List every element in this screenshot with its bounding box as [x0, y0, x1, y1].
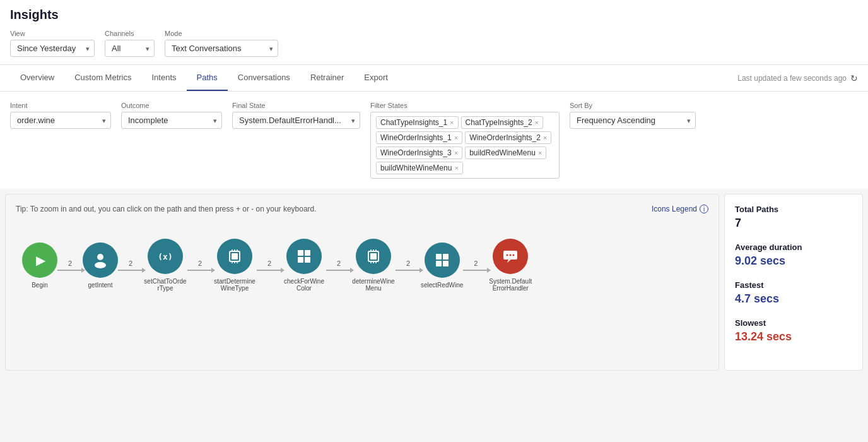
tab-overview[interactable]: Overview: [10, 65, 64, 91]
channels-group: Channels All Web Mobile: [105, 30, 155, 57]
node-getintent-circle: [83, 242, 118, 278]
node-selectred-circle: [425, 242, 460, 278]
node-setchat-label: setChatToOrderType: [143, 278, 187, 292]
mode-label: Mode: [165, 30, 278, 37]
edge-7-line: [463, 270, 488, 271]
tag-remove-chattype2[interactable]: ×: [535, 119, 539, 126]
tab-custom-metrics[interactable]: Custom Metrics: [64, 65, 141, 91]
node-errorhandler[interactable]: System.DefaultErrorHandler: [488, 239, 532, 292]
node-checkcolor[interactable]: checkForWineColor: [282, 239, 326, 292]
edge-1: 2: [57, 260, 83, 271]
tab-retrainer[interactable]: Retrainer: [300, 65, 354, 91]
edge-1-line: [57, 270, 83, 271]
tag-remove-buildwhitewine[interactable]: ×: [454, 164, 458, 172]
node-setchat[interactable]: (x) setChatToOrderType: [143, 239, 187, 292]
view-select[interactable]: Since Yesterday Today Last 7 Days Last 3…: [10, 40, 95, 57]
stat-avg-duration: Average duration 9.02 secs: [735, 242, 852, 268]
node-errorhandler-label: System.DefaultErrorHandler: [488, 278, 532, 292]
edge-6-number: 2: [406, 260, 410, 267]
tag-remove-wineorder3[interactable]: ×: [454, 149, 458, 157]
fastest-value: 4.7 secs: [735, 292, 852, 306]
mode-group: Mode Text Conversations Voice Conversati…: [165, 30, 278, 57]
finalstate-select[interactable]: System.DefaultErrorHandl... System.Defau…: [232, 112, 360, 129]
nav-tabs-left: Overview Custom Metrics Intents Paths Co…: [10, 65, 398, 91]
view-label: View: [10, 30, 95, 37]
app-title: Insights: [10, 8, 858, 22]
filter-states-box: ChatTypeInsights_1 × ChatTypeInsights_2 …: [370, 112, 560, 179]
stats-panel: Total Paths 7 Average duration 9.02 secs…: [724, 194, 863, 371]
intent-group: Intent order.wine order.food: [10, 102, 111, 129]
edge-7-number: 2: [474, 260, 478, 267]
chip-icon2: [365, 248, 382, 265]
channels-label: Channels: [105, 30, 155, 37]
intent-select-wrapper[interactable]: order.wine order.food: [10, 112, 111, 129]
svg-rect-23: [443, 254, 449, 260]
mode-select[interactable]: Text Conversations Voice Conversations: [165, 40, 278, 57]
fastest-label: Fastest: [735, 280, 852, 290]
diagram-area[interactable]: Tip: To zoom in and out, you can click o…: [5, 194, 719, 371]
tab-conversations[interactable]: Conversations: [228, 65, 300, 91]
edge-3: 2: [187, 260, 213, 271]
flow-diagram: ▶ Begin 2 getIntent 2: [16, 226, 708, 304]
icons-legend-button[interactable]: Icons Legend i: [652, 205, 708, 213]
tag-remove-wineorder2[interactable]: ×: [543, 134, 547, 141]
avg-duration-label: Average duration: [735, 242, 852, 252]
outcome-select-wrapper[interactable]: Incomplete Complete Abandoned: [121, 112, 222, 129]
refresh-icon[interactable]: ↻: [850, 73, 858, 83]
sortby-select-wrapper[interactable]: Frequency Ascending Frequency Descending…: [570, 112, 696, 129]
node-startdetermine-circle: [217, 239, 252, 274]
svg-point-1: [95, 262, 106, 268]
svg-rect-25: [443, 261, 449, 266]
mode-select-wrapper[interactable]: Text Conversations Voice Conversations: [165, 40, 278, 57]
tag-remove-chattype1[interactable]: ×: [450, 119, 454, 126]
edge-2-line: [118, 270, 143, 271]
svg-rect-11: [305, 250, 310, 256]
intent-select[interactable]: order.wine order.food: [10, 112, 111, 129]
view-group: View Since Yesterday Today Last 7 Days L…: [10, 30, 95, 57]
tag-remove-buildredwine[interactable]: ×: [538, 149, 542, 157]
edge-5-line: [326, 270, 351, 271]
finalstate-group: Final State System.DefaultErrorHandl... …: [232, 102, 360, 129]
person-icon: [91, 251, 109, 269]
tab-export[interactable]: Export: [354, 65, 398, 91]
slowest-label: Slowest: [735, 318, 852, 328]
sortby-select[interactable]: Frequency Ascending Frequency Descending…: [570, 112, 696, 129]
svg-rect-22: [436, 254, 442, 260]
finalstate-select-wrapper[interactable]: System.DefaultErrorHandl... System.Defau…: [232, 112, 360, 129]
stat-total-paths: Total Paths 7: [735, 205, 852, 230]
view-select-wrapper[interactable]: Since Yesterday Today Last 7 Days Last 3…: [10, 40, 95, 57]
tab-paths[interactable]: Paths: [187, 65, 228, 91]
outcome-select[interactable]: Incomplete Complete Abandoned: [121, 112, 222, 129]
node-getintent-label: getIntent: [88, 282, 113, 289]
tip-bar: Tip: To zoom in and out, you can click o…: [16, 205, 708, 213]
channels-select-wrapper[interactable]: All Web Mobile: [105, 40, 155, 57]
channels-select[interactable]: All Web Mobile: [105, 40, 155, 57]
node-selectred[interactable]: selectRedWine: [421, 242, 463, 289]
node-begin[interactable]: ▶ Begin: [22, 242, 57, 289]
node-determinemenu[interactable]: determineWineMenu: [351, 239, 396, 292]
tag-wineorder1: WineOrderInsights_1 ×: [376, 131, 462, 144]
tag-chattype1: ChatTypeInsights_1 ×: [376, 116, 459, 129]
edge-7: 2: [463, 260, 488, 271]
svg-point-28: [513, 254, 515, 256]
slowest-value: 13.24 secs: [735, 330, 852, 343]
sortby-group: Sort By Frequency Ascending Frequency De…: [570, 102, 696, 129]
node-getintent[interactable]: getIntent: [83, 242, 118, 289]
tab-intents[interactable]: Intents: [141, 65, 186, 91]
node-startdetermine[interactable]: startDetermineWineType: [213, 239, 257, 292]
edge-5: 2: [326, 260, 351, 271]
tag-remove-wineorder1[interactable]: ×: [454, 134, 458, 141]
filterstates-group: Filter States ChatTypeInsights_1 × ChatT…: [370, 102, 560, 179]
svg-rect-15: [370, 253, 377, 260]
edge-1-number: 2: [68, 260, 72, 267]
svg-point-27: [510, 254, 512, 256]
grid-icon: [296, 248, 312, 265]
node-startdetermine-label: startDetermineWineType: [213, 278, 257, 292]
filters-bar: Intent order.wine order.food Outcome Inc…: [0, 92, 868, 189]
chat-bubble-icon: [502, 248, 519, 265]
tag-buildwhitewine: buildWhiteWineMenu ×: [376, 162, 463, 174]
tag-wineorder3: WineOrderInsights_3 ×: [376, 146, 462, 159]
last-updated: Last updated a few seconds ago ↻: [737, 73, 858, 83]
chip-icon: [226, 248, 243, 265]
edge-4-number: 2: [267, 260, 271, 267]
